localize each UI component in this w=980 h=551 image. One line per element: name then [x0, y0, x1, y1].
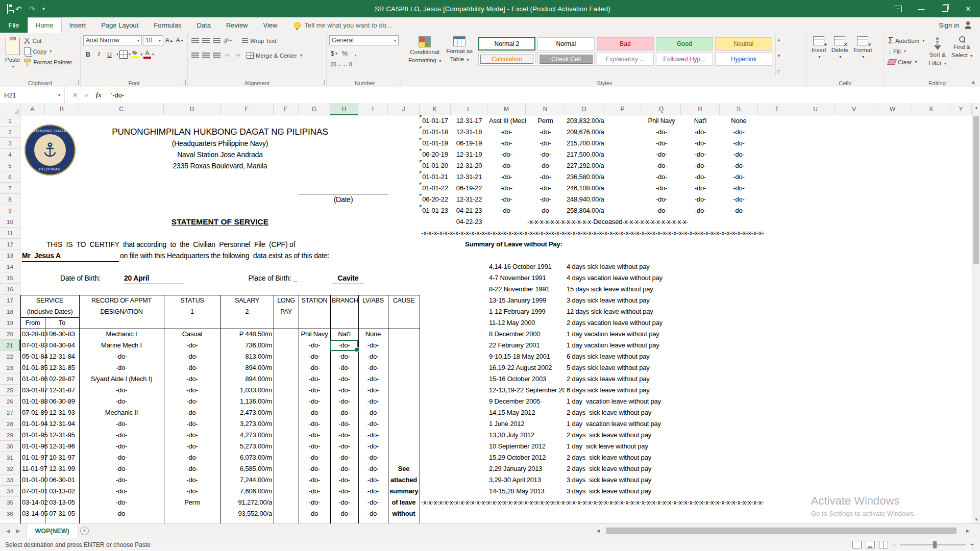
- cell-H30[interactable]: -do-: [330, 441, 358, 452]
- column-header-P[interactable]: P: [603, 103, 642, 115]
- cell-E22[interactable]: 813.00/m: [220, 351, 274, 362]
- cell-N5[interactable]: -do-: [526, 160, 565, 171]
- cell-B26[interactable]: 06-30-89: [45, 396, 79, 407]
- cell-I24[interactable]: -do-: [358, 373, 388, 385]
- cell-J34[interactable]: summary: [388, 486, 420, 497]
- fill-color-button[interactable]: ▾: [132, 49, 142, 59]
- gallery-more-icon[interactable]: ▽: [777, 69, 781, 73]
- cell-M1[interactable]: Asst III (Mech: [487, 115, 526, 127]
- cell-M21[interactable]: 22 February 2001: [487, 340, 565, 351]
- cell-G36[interactable]: -do-: [299, 508, 330, 519]
- accounting-format-button[interactable]: $▾: [329, 48, 339, 58]
- gallery-down-icon[interactable]: ▼: [777, 54, 781, 58]
- cell-I30[interactable]: -do-: [358, 441, 388, 452]
- dialog-launcher-icon[interactable]: [396, 80, 401, 85]
- cell-G8[interactable]: (Date): [299, 194, 388, 205]
- cell-G33[interactable]: -do-: [299, 474, 330, 486]
- cell-A5[interactable]: 2335 Roxas Boulevard, Manila: [20, 160, 420, 171]
- cell-E24[interactable]: 894.00/m: [220, 373, 274, 385]
- column-header-S[interactable]: S: [720, 103, 758, 115]
- cell-B33[interactable]: 06-30-01: [45, 474, 79, 486]
- vertical-scrollbar[interactable]: ▲ ▼: [972, 103, 980, 523]
- cell-O24[interactable]: 2 days sick leave without pay: [565, 373, 720, 385]
- cell-O15[interactable]: 4 days vacation leave without pay: [565, 272, 720, 284]
- column-header-B[interactable]: B: [45, 103, 79, 115]
- cell-M34[interactable]: 14-15,28 May 2013: [487, 486, 565, 497]
- tab-insert[interactable]: Insert: [62, 17, 94, 33]
- row-header-27[interactable]: 27: [0, 407, 20, 418]
- cell-G28[interactable]: -do-: [299, 418, 330, 430]
- cell-E34[interactable]: 7,606.00/m: [220, 486, 274, 497]
- decrease-indent-button[interactable]: ⇦: [223, 51, 232, 60]
- cell-S2[interactable]: -do-: [720, 127, 758, 138]
- cell-O18[interactable]: 12 days sick leave without pay: [565, 306, 720, 317]
- insert-function-icon[interactable]: fx: [96, 91, 102, 99]
- row-header-32[interactable]: 32: [0, 463, 20, 474]
- horizontal-scroll-thumb[interactable]: [606, 528, 957, 534]
- formula-input[interactable]: '-do-: [107, 87, 980, 103]
- cell-M33[interactable]: 3,29-30 April 2013: [487, 474, 565, 486]
- cell-B30[interactable]: 12-31-96: [45, 441, 79, 452]
- row-header-16[interactable]: 16: [0, 284, 20, 295]
- cell-H28[interactable]: -do-: [330, 418, 358, 430]
- cell-I20[interactable]: None: [358, 329, 388, 340]
- row-header-31[interactable]: 31: [0, 452, 20, 463]
- cell-L6[interactable]: 12-31-21: [451, 171, 487, 183]
- shrink-font-button[interactable]: A▼: [175, 36, 185, 45]
- row-header-15[interactable]: 15: [0, 272, 20, 284]
- cell-N4[interactable]: -do-: [526, 149, 565, 160]
- customize-qat-icon[interactable]: ▾: [42, 7, 45, 11]
- cell-K5[interactable]: 01-01-20: [420, 160, 451, 171]
- cell-L3[interactable]: 06-19-19: [451, 138, 487, 149]
- cell-O23[interactable]: 5 days sick leave without pay: [565, 362, 720, 373]
- cell-A3[interactable]: (Headquarters Philippine Navy): [20, 138, 420, 149]
- page-break-view-icon[interactable]: [879, 541, 888, 548]
- cell-M4[interactable]: -do-: [487, 149, 526, 160]
- column-header-R[interactable]: R: [681, 103, 720, 115]
- cell-I35[interactable]: -do-: [358, 497, 388, 508]
- borders-button[interactable]: ▾: [119, 49, 131, 59]
- cell-O22[interactable]: 6 days sick leave without pay: [565, 351, 720, 362]
- tab-file[interactable]: File: [0, 17, 28, 33]
- cell-E27[interactable]: 2,473.00/m: [220, 407, 274, 418]
- style-chip-3[interactable]: Good: [656, 37, 713, 51]
- cell-C29[interactable]: -do-: [79, 430, 164, 441]
- column-header-Y[interactable]: Y: [950, 103, 972, 115]
- column-header-G[interactable]: G: [299, 103, 330, 115]
- cell-N7[interactable]: -do-: [526, 183, 565, 194]
- align-bottom-button[interactable]: [212, 36, 222, 45]
- cell-D25[interactable]: -do-: [164, 385, 220, 396]
- cell-I22[interactable]: -do-: [358, 351, 388, 362]
- cell-C20[interactable]: Mechanic I: [79, 329, 164, 340]
- row-header-28[interactable]: 28: [0, 418, 20, 430]
- cell-E33[interactable]: 7,244.00/m: [220, 474, 274, 486]
- enter-icon[interactable]: ✓: [84, 91, 90, 99]
- row-header-10[interactable]: 10: [0, 216, 20, 228]
- dialog-launcher-icon[interactable]: [320, 80, 325, 85]
- dialog-launcher-icon[interactable]: [181, 80, 186, 85]
- cell-B34[interactable]: 03-13-02: [45, 486, 79, 497]
- cell-R3[interactable]: -do-: [681, 138, 720, 149]
- cell-K11[interactable]: -x-x-x-x-x-x-x-x-x-x-x-x-x-x-x-x-x-x-x-x…: [420, 228, 796, 239]
- cell-M25[interactable]: 12-13,19-22 September 20: [487, 385, 565, 396]
- cell-C22[interactable]: -do-: [79, 351, 164, 362]
- cell-E17[interactable]: SALARY: [220, 295, 274, 306]
- cell-B36[interactable]: 07-31-05: [45, 508, 79, 519]
- cell-A33[interactable]: 01-01-00: [20, 474, 45, 486]
- cell-N3[interactable]: -do-: [526, 138, 565, 149]
- scroll-left-icon[interactable]: ◀: [594, 529, 602, 533]
- cell-I34[interactable]: -do-: [358, 486, 388, 497]
- cell-M23[interactable]: 16,19-22 August 2002: [487, 362, 565, 373]
- merge-center-button[interactable]: Merge & Center ▾: [245, 50, 304, 61]
- cell-D27[interactable]: -do-: [164, 407, 220, 418]
- cell-H31[interactable]: -do-: [330, 452, 358, 463]
- cell-M6[interactable]: -do-: [487, 171, 526, 183]
- cell-D23[interactable]: -do-: [164, 362, 220, 373]
- cell-G20[interactable]: Phil Navy: [299, 329, 330, 340]
- cell-A28[interactable]: 01-01-94: [20, 418, 45, 430]
- cell-M2[interactable]: -do-: [487, 127, 526, 138]
- zoom-out-icon[interactable]: −: [892, 541, 896, 548]
- cell-A26[interactable]: 01-01-88: [20, 396, 45, 407]
- style-chip-4[interactable]: Neutral: [715, 37, 772, 51]
- orientation-button[interactable]: ab▾: [223, 36, 232, 45]
